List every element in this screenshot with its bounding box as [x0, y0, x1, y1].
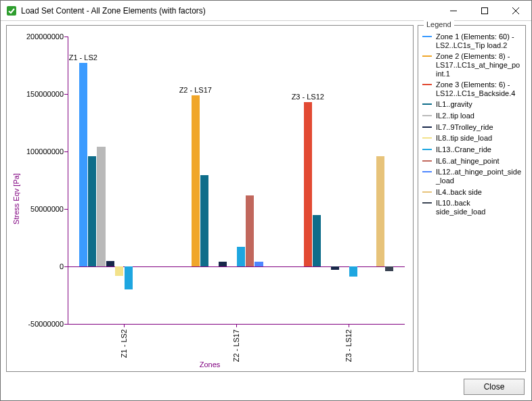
legend-item: IL1..gravity: [422, 100, 521, 109]
bar: [192, 95, 200, 266]
bar: [200, 175, 208, 266]
legend-swatch: [422, 103, 432, 105]
legend-item: IL8..tip side_load: [422, 134, 521, 143]
plot-area: -500000000500000001000000001500000002000…: [68, 37, 405, 324]
legend-swatch: [422, 149, 432, 150]
legend-label: Zone 1 (Elements: 60) - LS2..LC1s_Tip lo…: [436, 32, 521, 49]
bar: [349, 266, 357, 277]
legend-label: IL2..tip load: [436, 112, 474, 120]
legend-label: IL4..back side: [436, 188, 482, 197]
y-tick-label: 50000000: [30, 205, 64, 213]
legend-item: IL13..Crane_ride: [422, 145, 521, 154]
bar: [246, 195, 254, 266]
legend-item: Zone 3 (Elements: 6) - LS12..LC1s_Backsi…: [422, 80, 521, 97]
legend-label: IL13..Crane_ride: [436, 145, 491, 154]
legend-item: Zone 1 (Elements: 60) - LS2..LC1s_Tip lo…: [422, 32, 521, 49]
bar: [219, 262, 227, 266]
app-window: Load Set Content - All Zone Elements (wi…: [0, 0, 532, 401]
bar: [304, 102, 312, 266]
app-icon: [6, 5, 17, 16]
titlebar: Load Set Content - All Zone Elements (wi…: [1, 1, 531, 21]
bar: [237, 247, 245, 266]
bar: [254, 262, 263, 266]
bar-group-label: Z1 - LS2: [69, 53, 97, 62]
maximize-button[interactable]: [469, 1, 500, 21]
bar: [331, 266, 339, 270]
legend-item: IL2..tip load: [422, 112, 521, 120]
x-axis-label: Zones: [200, 360, 221, 369]
legend-label: IL12..at_hinge_point_side_load: [436, 168, 521, 185]
x-tick-label: Z2 - LS17: [232, 329, 240, 362]
legend-item: Zone 2 (Elements: 8) - LS17..LC1s_at_hin…: [422, 52, 521, 78]
legend-swatch: [422, 84, 432, 85]
dialog-footer: Close: [1, 373, 531, 400]
legend-item: IL7..9Trolley_ride: [422, 123, 521, 132]
x-tick-label: Z1 - LS2: [120, 329, 128, 358]
legend-swatch: [422, 202, 432, 204]
x-tick-label: Z3 - LS12: [345, 329, 353, 362]
y-axis-label: Stress Eqv [Pa]: [12, 173, 20, 225]
y-tick-label: 0: [60, 262, 64, 270]
bar-group-label: Z2 - LS17: [179, 86, 212, 94]
legend-swatch: [422, 115, 432, 116]
legend-label: Zone 2 (Elements: 8) - LS17..LC1s_at_hin…: [436, 52, 521, 78]
close-window-button[interactable]: [500, 1, 531, 21]
legend-item: IL4..back side: [422, 188, 521, 197]
legend-swatch: [422, 55, 432, 57]
legend-label: IL7..9Trolley_ride: [436, 123, 493, 132]
legend-label: IL1..gravity: [436, 100, 472, 109]
legend-swatch: [422, 171, 432, 172]
legend-swatch: [422, 191, 432, 193]
legend-title: Legend: [424, 20, 454, 28]
bar: [376, 156, 384, 266]
legend-swatch: [422, 126, 432, 128]
legend-item: IL10..back side_side_load: [422, 199, 521, 216]
y-tick-label: 100000000: [26, 147, 64, 156]
legend-label: IL10..back side_side_load: [436, 199, 521, 216]
legend-swatch: [422, 160, 432, 162]
svg-rect-2: [482, 7, 488, 14]
legend-label: IL8..tip side_load: [436, 134, 492, 143]
window-controls: [438, 1, 531, 21]
bar: [97, 147, 105, 266]
legend-swatch: [422, 36, 432, 37]
window-title: Load Set Content - All Zone Elements (wi…: [21, 6, 438, 16]
legend-label: IL6..at_hinge_point: [436, 157, 500, 166]
y-tick-label: -50000000: [28, 320, 64, 328]
content-area: Stress Eqv [Pa] Zones -50000000050000000…: [1, 21, 531, 400]
y-tick-label: 150000000: [26, 90, 64, 98]
bar: [106, 261, 114, 266]
bar: [313, 215, 321, 266]
legend-item: IL12..at_hinge_point_side_load: [422, 168, 521, 185]
legend-item: IL6..at_hinge_point: [422, 157, 521, 166]
chart-panel: Stress Eqv [Pa] Zones -50000000050000000…: [6, 25, 414, 372]
legend-swatch: [422, 137, 432, 139]
bar: [385, 266, 393, 271]
bar: [88, 156, 96, 266]
close-button[interactable]: Close: [464, 379, 525, 395]
y-tick-label: 200000000: [26, 32, 64, 41]
legend-label: Zone 3 (Elements: 6) - LS12..LC1s_Backsi…: [436, 80, 521, 97]
bar: [79, 63, 87, 266]
bar: [125, 266, 133, 289]
bar: [115, 266, 123, 276]
minimize-button[interactable]: [438, 1, 469, 21]
svg-rect-0: [7, 6, 16, 16]
legend-panel: Legend Zone 1 (Elements: 60) - LS2..LC1s…: [418, 25, 526, 372]
bar-group-label: Z3 - LS12: [292, 93, 324, 101]
